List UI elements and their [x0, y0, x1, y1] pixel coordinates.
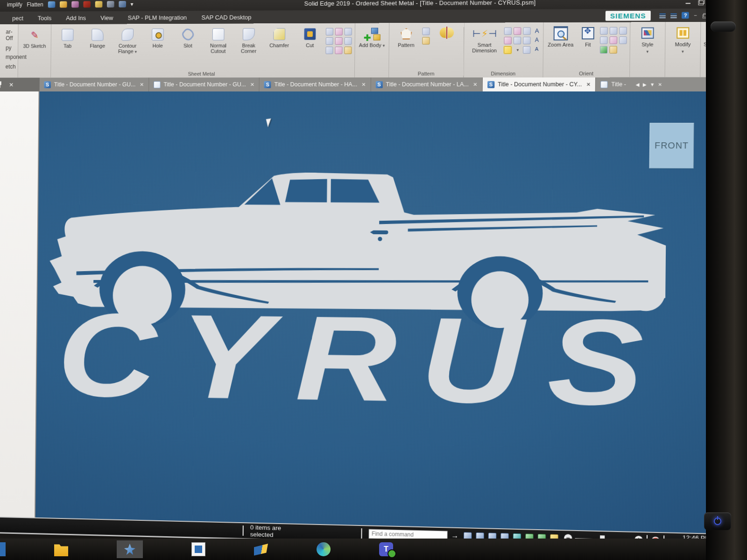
tab-tools[interactable]: Tools: [30, 14, 58, 21]
screens-icon[interactable]: [119, 1, 126, 7]
tab-sap-cad-desktop[interactable]: SAP CAD Desktop: [194, 14, 259, 21]
mirror-button[interactable]: [431, 25, 462, 41]
tab-sap-plm-integration[interactable]: SAP - PLM Integration: [120, 14, 194, 21]
tab-inspect[interactable]: pect: [5, 14, 31, 21]
pane-close-icon[interactable]: ✕: [9, 81, 14, 88]
component-label-partial[interactable]: mponent: [6, 54, 18, 61]
tab-close-icon[interactable]: ✕: [585, 81, 591, 87]
grid-icon[interactable]: [95, 1, 102, 7]
coordinate-dimension-icon[interactable]: [523, 27, 530, 35]
cyrus-sheet-metal-model[interactable]: CYRUS: [48, 169, 666, 421]
pin-icon[interactable]: [0, 81, 2, 88]
slot-button[interactable]: Slot: [173, 26, 203, 49]
scroll-next-icon[interactable]: ▶: [643, 82, 647, 87]
restore-button[interactable]: [698, 0, 705, 4]
shaded-view-icon[interactable]: [600, 46, 608, 53]
view-cube-front[interactable]: FRONT: [649, 123, 694, 168]
undo-icon[interactable]: [60, 1, 67, 8]
tear-off-label-partial[interactable]: ar-Off: [6, 28, 18, 42]
contour-flange-button[interactable]: Contour Flange ▾: [113, 26, 142, 55]
doc-tab-la[interactable]: S Title - Document Number - LA... ✕: [371, 77, 483, 91]
teams-icon[interactable]: T: [379, 542, 393, 556]
tab-button[interactable]: Tab: [53, 26, 83, 49]
pathfinder-pane[interactable]: [0, 91, 40, 518]
distance-between-icon[interactable]: [504, 28, 512, 35]
edge-browser-icon[interactable]: [317, 542, 331, 556]
chamfer-button[interactable]: Chamfer: [264, 25, 294, 48]
tab-list-icon[interactable]: ▼: [650, 82, 655, 87]
sketch-label-partial[interactable]: etch: [6, 63, 18, 70]
tab-close-icon[interactable]: ✕: [360, 81, 366, 87]
dimple-icon[interactable]: [335, 28, 343, 35]
tab-close-icon[interactable]: ✕: [249, 82, 254, 88]
fill-pattern-icon[interactable]: [422, 37, 430, 44]
table-icon[interactable]: [107, 1, 114, 7]
common-views-icon[interactable]: [610, 36, 618, 44]
taskbar-app-icon[interactable]: [0, 542, 6, 556]
ribbon-layout-icon[interactable]: [670, 13, 677, 18]
pan-icon[interactable]: [610, 27, 618, 35]
dimension-more-icon[interactable]: ▾: [514, 46, 522, 55]
sketch-view-icon[interactable]: [609, 46, 617, 53]
flag-app-icon[interactable]: [254, 542, 268, 556]
zoom-icon[interactable]: [600, 27, 608, 35]
tab-close-icon[interactable]: ✕: [472, 81, 478, 87]
file-explorer-icon[interactable]: [54, 542, 68, 556]
redo-icon[interactable]: [71, 1, 79, 8]
doc-tab-ha[interactable]: S Title - Document Number - HA... ✕: [260, 77, 371, 91]
rotate-icon[interactable]: [619, 27, 627, 35]
doc-tab-gu1[interactable]: S Title - Document Number - GU... ✕: [40, 77, 149, 91]
mv-icon[interactable]: [83, 1, 91, 7]
smart-dimension-button[interactable]: ⊢⚡⊣ Smart Dimension: [466, 25, 503, 54]
angular-coordinate-icon[interactable]: [514, 37, 521, 44]
scroll-prev-icon[interactable]: ◀: [636, 82, 640, 87]
fit-button[interactable]: Fit: [577, 24, 599, 48]
doc-tab-gu2[interactable]: Title - Document Number - GU... ✕: [149, 77, 260, 91]
hole-button[interactable]: Hole: [143, 26, 172, 49]
bead-icon[interactable]: [326, 37, 333, 45]
rip-icon[interactable]: [344, 47, 352, 54]
pattern-button[interactable]: Pattern: [391, 25, 422, 48]
text-profile-icon[interactable]: A: [533, 37, 542, 45]
louver-icon[interactable]: [326, 28, 333, 35]
jog-icon[interactable]: [335, 47, 342, 54]
dimension-style-mapping-icon[interactable]: [504, 46, 511, 54]
add-body-button[interactable]: Add Body ▾: [357, 25, 387, 48]
flange-button[interactable]: Flange: [83, 26, 113, 49]
style-button[interactable]: Style ▾: [632, 24, 663, 54]
text-scale-icon[interactable]: A: [532, 46, 541, 55]
break-corner-button[interactable]: Break Corner: [234, 25, 264, 54]
look-at-face-icon[interactable]: [600, 36, 608, 44]
tab-close-icon[interactable]: ✕: [139, 82, 144, 88]
cut-button[interactable]: Cut: [295, 25, 325, 48]
model-canvas[interactable]: CYRUS FRONT: [35, 91, 723, 533]
view-overrides-icon[interactable]: [619, 36, 627, 44]
pattern-along-curve-icon[interactable]: [422, 28, 430, 35]
gusset-icon[interactable]: [335, 37, 343, 45]
text-annotation-icon[interactable]: A: [533, 27, 542, 35]
save-icon[interactable]: [48, 1, 55, 8]
doc-tab-partial[interactable]: Title -: [596, 77, 631, 91]
zoom-area-button[interactable]: Zoom Area: [545, 24, 576, 48]
normal-cutout-button[interactable]: Normal Cutout: [204, 26, 233, 54]
etch-icon[interactable]: [345, 37, 352, 45]
copy-label-partial[interactable]: py: [6, 44, 18, 51]
symmetric-diameter-icon[interactable]: [504, 37, 511, 44]
doc-tab-cyrus-active[interactable]: S Title - Document Number - CY... ✕: [483, 77, 596, 91]
tabbar-close-icon[interactable]: ✕: [658, 82, 662, 87]
angle-between-icon[interactable]: [514, 27, 521, 35]
hem-icon[interactable]: [325, 47, 333, 54]
3d-sketch-button[interactable]: ✎ 3D Sketch: [20, 26, 49, 49]
minimize-button[interactable]: [685, 0, 692, 4]
doc-minimize-icon[interactable]: −: [694, 13, 697, 18]
drawn-cutout-icon[interactable]: [345, 28, 352, 35]
modify-button[interactable]: Modify ▾: [667, 24, 698, 54]
dimension-prefix-icon[interactable]: [523, 46, 530, 54]
ribbon-display-icon[interactable]: [660, 13, 666, 18]
help-icon[interactable]: ?: [682, 12, 689, 19]
app-window-icon[interactable]: [191, 542, 205, 556]
solid-edge-taskbar-icon[interactable]: [117, 540, 143, 558]
tab-add-ins[interactable]: Add Ins: [59, 14, 93, 21]
tab-view[interactable]: View: [93, 14, 121, 21]
dimension-axis-icon[interactable]: [523, 37, 530, 44]
